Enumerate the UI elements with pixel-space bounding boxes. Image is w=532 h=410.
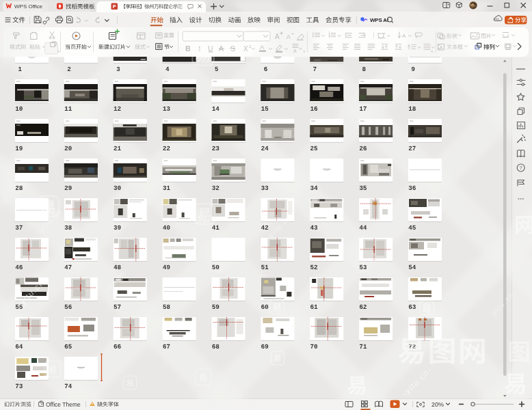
svg-text:A: A [440,45,443,50]
svg-text:Office Theme: Office Theme [46,401,81,408]
svg-text:P: P [113,3,116,10]
svg-text:WPS AI: WPS AI [370,17,388,23]
svg-text:?: ? [520,165,522,171]
svg-text:!: ! [92,402,93,406]
svg-text:WPS Office: WPS Office [14,3,43,10]
svg-text:A: A [275,33,280,40]
svg-text:A: A [402,33,406,39]
svg-text:B: B [185,44,191,53]
svg-text:A: A [293,49,297,53]
svg-text:X: X [243,45,248,53]
svg-text:A: A [260,43,265,51]
svg-text:A: A [287,33,291,40]
svg-text:20%: 20% [431,401,444,408]
